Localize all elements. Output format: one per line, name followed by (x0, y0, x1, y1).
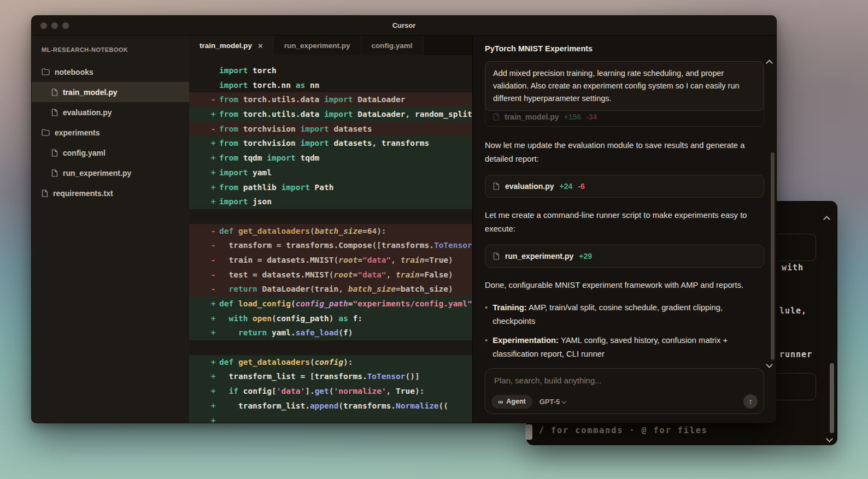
ai-chat-panel: PyTorch MNIST Experiments Add mixed prec… (472, 36, 776, 423)
code-token: ( (329, 387, 334, 395)
tab-train-model-py[interactable]: train_model.py× (189, 36, 274, 55)
sidebar-item-evaluation-py[interactable]: evaluation.py (32, 102, 189, 122)
code-token: ( (291, 299, 296, 308)
code-token: config_path (277, 314, 329, 323)
diff-removed-marker: - (209, 92, 218, 107)
code-token: root (334, 270, 353, 279)
code-token: = (253, 270, 262, 279)
sidebar-item-label: run_experiment.py (63, 169, 131, 178)
code-token: ToTensor (367, 372, 406, 381)
sidebar-item-notebooks[interactable]: notebooks (32, 62, 189, 82)
file-icon (493, 182, 500, 190)
chat-message-stream: Now let me update the evaluation module … (485, 139, 764, 361)
code-text: def load_config(config_path="experiments… (219, 299, 472, 308)
zoom-window-button[interactable] (62, 22, 69, 29)
file-icon (42, 190, 48, 197)
code-token: ) (448, 285, 453, 293)
code-token: nn (305, 81, 319, 90)
chat-input[interactable]: Plan, search, build anything... ∞ Agent … (485, 368, 764, 414)
code-token: yaml (248, 168, 272, 177)
code-token: Compose (338, 241, 372, 250)
code-token: from (219, 183, 238, 192)
code-token: append (310, 401, 338, 410)
bullet-text: Experimentation: YAML config, saved hist… (492, 334, 764, 361)
scroll-up-icon[interactable] (823, 216, 830, 223)
scroll-down-icon[interactable] (826, 435, 833, 442)
tab-run-experiment-py[interactable]: run_experiment.py (274, 36, 361, 55)
code-line: + return yaml.safe_load(f) (189, 326, 472, 340)
code-text: if config['data'].get('normalize', True)… (219, 387, 424, 395)
code-text: return yaml.safe_load(f) (219, 328, 353, 337)
code-token: train (396, 270, 420, 279)
code-token: torch.utils.data (238, 95, 324, 104)
code-token: get_dataloaders (233, 358, 310, 366)
code-token: = (362, 227, 367, 235)
model-selector[interactable]: GPT-5 (539, 398, 566, 406)
diff-added-marker: + (209, 165, 218, 180)
close-tab-icon[interactable]: × (258, 42, 263, 50)
code-token: ) (348, 328, 353, 337)
sidebar-item-run-experiment-py[interactable]: run_experiment.py (32, 163, 189, 183)
code-token (219, 314, 228, 323)
send-button[interactable]: ↑ (743, 394, 758, 409)
code-token: Path (310, 183, 334, 192)
scroll-down-icon[interactable] (766, 361, 773, 368)
code-text: import json (219, 197, 272, 206)
sidebar-item-experiments[interactable]: experiments (32, 122, 189, 143)
tab-config-yaml[interactable]: config.yaml (361, 36, 424, 55)
code-line: import torch (189, 63, 472, 78)
code-token: with (228, 314, 248, 323)
scrollbar-thumb[interactable] (771, 152, 775, 360)
code-token: datasets.MNIST (267, 256, 333, 264)
background-text-fragment: lule, (779, 306, 807, 316)
sidebar-item-label: experiments (55, 128, 99, 137)
code-token: ( (272, 314, 277, 323)
title-bar: Cursor (32, 16, 776, 36)
diff-removed-marker: - (209, 268, 218, 282)
code-token: [ (272, 387, 277, 395)
code-line: + transform_list = [transforms.ToTensor(… (189, 369, 472, 384)
code-line: + transform_list.append(transforms.Norma… (189, 399, 472, 413)
code-line: +from tqdm import tqdm (189, 151, 472, 165)
code-token: ): (343, 358, 353, 366)
code-token: def (219, 227, 233, 235)
code-text: from torchvision import datasets, transf… (219, 139, 429, 147)
sidebar-item-train-model-py[interactable]: train_model.py (32, 82, 189, 102)
code-token: import (324, 95, 353, 104)
scrollbar-thumb[interactable] (525, 424, 532, 440)
code-token: , (372, 139, 377, 147)
scroll-up-icon[interactable] (766, 60, 773, 67)
code-token: import (324, 110, 353, 119)
code-token: ()] (405, 372, 419, 381)
code-token: ) (448, 270, 453, 279)
code-token: ( (310, 285, 315, 293)
assistant-message: Now let me update the evaluation module … (485, 139, 764, 166)
minimize-window-button[interactable] (51, 22, 58, 29)
code-token: ( (310, 358, 315, 366)
sidebar-item-config-yaml[interactable]: config.yaml (32, 143, 189, 163)
code-token: test (219, 270, 253, 279)
code-token: as (296, 81, 305, 90)
file-diff-row[interactable]: train_model.py +156 -34 (493, 113, 597, 121)
code-token: def (219, 358, 233, 366)
diff-added-marker: + (209, 326, 218, 340)
code-token: from (219, 110, 238, 119)
code-token: config (238, 387, 272, 395)
agent-mode-pill[interactable]: ∞ Agent (491, 395, 532, 409)
code-line: +from torch.utils.data import DataLoader… (189, 107, 472, 122)
input-placeholder: Plan, search, build anything... (485, 369, 764, 385)
background-text-fragment: runner (779, 350, 812, 359)
close-window-button[interactable] (40, 22, 47, 29)
file-diff-card[interactable]: evaluation.py+24-6 (485, 175, 764, 198)
file-diff-card[interactable]: run_experiment.py+29 (485, 245, 764, 268)
code-area[interactable]: import torchimport torch.nn as nn-from t… (189, 55, 472, 423)
scrollbar-thumb[interactable] (830, 363, 834, 433)
code-token: safe_load (296, 328, 339, 337)
sidebar-item-requirements-txt[interactable]: requirements.txt (32, 183, 189, 203)
folder-icon (42, 129, 50, 136)
code-line: -from torch.utils.data import DataLoader (189, 92, 472, 107)
bullet-icon: • (485, 334, 488, 361)
background-text-fragment: with (782, 263, 804, 273)
code-editor: train_model.py×run_experiment.pyconfig.y… (189, 36, 472, 423)
code-token: True (396, 387, 415, 395)
